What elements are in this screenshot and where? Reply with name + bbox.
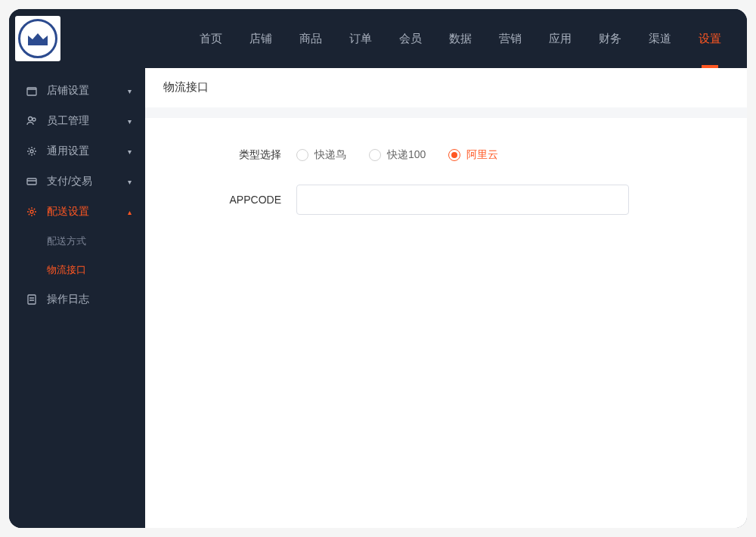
nav-finance[interactable]: 财务 <box>588 9 632 68</box>
page-title: 物流接口 <box>145 68 747 107</box>
chevron-up-icon: ▴ <box>128 208 132 216</box>
nav-app[interactable]: 应用 <box>538 9 582 68</box>
nav-home[interactable]: 首页 <box>189 9 233 68</box>
chevron-down-icon: ▾ <box>128 117 132 126</box>
appcode-label: APPCODE <box>160 194 296 206</box>
nav-settings[interactable]: 设置 <box>688 9 732 68</box>
nav-data[interactable]: 数据 <box>438 9 482 68</box>
svg-point-2 <box>29 117 33 121</box>
nav-shop[interactable]: 店铺 <box>239 9 283 68</box>
box-icon <box>26 85 38 97</box>
radio-label: 快递100 <box>387 148 426 162</box>
radio-circle-icon <box>448 149 460 161</box>
top-nav: 首页 店铺 商品 订单 会员 数据 营销 应用 财务 渠道 设置 <box>83 9 732 68</box>
type-label: 类型选择 <box>160 148 296 162</box>
app-frame: 首页 店铺 商品 订单 会员 数据 营销 应用 财务 渠道 设置 店铺设置 ▾ <box>9 9 747 528</box>
radio-label: 阿里云 <box>466 148 498 162</box>
sidebar-item-general[interactable]: 通用设置 ▾ <box>9 136 145 166</box>
content-card: 类型选择 快递鸟 快递100 阿里云 <box>145 118 747 528</box>
radio-circle-icon <box>369 149 381 161</box>
nav-marketing[interactable]: 营销 <box>488 9 532 68</box>
sidebar-label: 店铺设置 <box>47 84 89 98</box>
sidebar-subitem-shipping-method[interactable]: 配送方式 <box>9 227 145 256</box>
chevron-down-icon: ▾ <box>128 147 132 156</box>
form-row-type: 类型选择 快递鸟 快递100 阿里云 <box>160 148 732 162</box>
svg-point-6 <box>30 210 33 213</box>
nav-order[interactable]: 订单 <box>339 9 383 68</box>
file-icon <box>26 293 38 306</box>
radio-group-type: 快递鸟 快递100 阿里云 <box>296 148 498 162</box>
svg-rect-0 <box>28 43 48 45</box>
nav-product[interactable]: 商品 <box>289 9 333 68</box>
sidebar-label: 通用设置 <box>47 144 89 158</box>
appcode-input[interactable] <box>296 185 629 215</box>
nav-member[interactable]: 会员 <box>389 9 432 68</box>
main-area: 物流接口 类型选择 快递鸟 快递100 <box>145 68 747 528</box>
sidebar-subitem-logistics-api[interactable]: 物流接口 <box>9 256 145 284</box>
sidebar-item-logs[interactable]: 操作日志 <box>9 284 145 315</box>
radio-circle-icon <box>296 149 308 161</box>
radio-kuaidi100[interactable]: 快递100 <box>369 148 426 162</box>
sidebar-item-shipping[interactable]: 配送设置 ▴ <box>9 197 145 227</box>
sidebar-label: 支付/交易 <box>47 175 92 188</box>
logo[interactable] <box>15 16 60 61</box>
sidebar-label: 操作日志 <box>47 293 89 306</box>
svg-point-4 <box>30 150 33 153</box>
radio-kuaidiniao[interactable]: 快递鸟 <box>296 148 346 162</box>
gear-icon <box>26 145 38 157</box>
nav-channel[interactable]: 渠道 <box>638 9 682 68</box>
sidebar-item-payment[interactable]: 支付/交易 ▾ <box>9 166 145 197</box>
sidebar-label: 配送设置 <box>47 205 89 219</box>
svg-rect-7 <box>28 295 36 304</box>
sidebar: 店铺设置 ▾ 员工管理 ▾ 通用设置 ▾ 支付 <box>9 68 145 528</box>
chevron-down-icon: ▾ <box>128 178 132 186</box>
sidebar-item-shop-settings[interactable]: 店铺设置 ▾ <box>9 76 145 106</box>
svg-rect-5 <box>27 178 36 185</box>
users-icon <box>26 115 38 127</box>
svg-point-3 <box>33 118 36 121</box>
crown-icon <box>26 31 49 46</box>
gear-icon <box>26 206 38 218</box>
form-row-appcode: APPCODE <box>160 185 732 215</box>
radio-label: 快递鸟 <box>314 148 346 162</box>
chevron-down-icon: ▾ <box>128 87 132 95</box>
top-header: 首页 店铺 商品 订单 会员 数据 营销 应用 财务 渠道 设置 <box>9 9 747 68</box>
sidebar-item-staff[interactable]: 员工管理 ▾ <box>9 106 145 136</box>
sidebar-label: 员工管理 <box>47 114 89 128</box>
card-icon <box>26 175 38 188</box>
radio-aliyun[interactable]: 阿里云 <box>448 148 498 162</box>
